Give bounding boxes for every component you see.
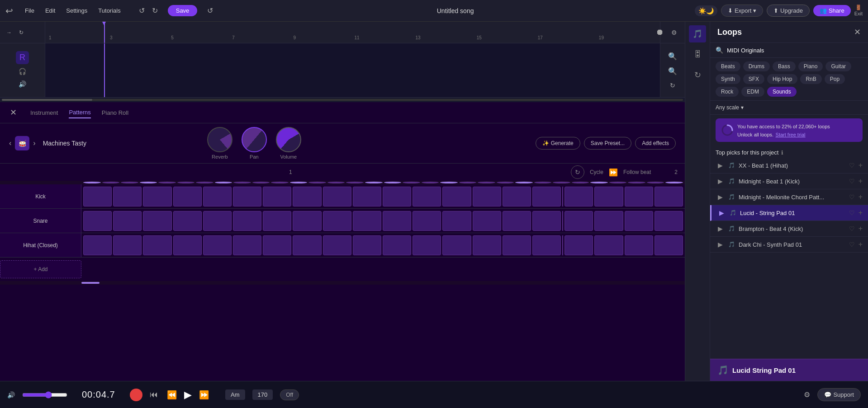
snare-cell-12[interactable]	[413, 211, 441, 231]
loop-item-5[interactable]: ▶ 🎵 Dark Chi - Synth Pad 01 ♡ +	[710, 237, 868, 253]
logo-button[interactable]: ↩	[5, 5, 13, 16]
loop-play-btn-0[interactable]: ▶	[716, 162, 725, 169]
generate-button[interactable]: ✨ Generate	[536, 137, 580, 150]
loop-heart-btn-3[interactable]: ♡	[849, 209, 855, 216]
editor-close-btn[interactable]: ✕	[7, 106, 19, 119]
loops-panel-close-btn[interactable]: ✕	[854, 27, 861, 37]
hihat-cell-18[interactable]	[594, 235, 623, 255]
pan-knob[interactable]	[242, 127, 267, 152]
snare-cell-4[interactable]	[173, 211, 202, 231]
snare-cell-2[interactable]	[113, 211, 142, 231]
kick-cell-5[interactable]	[203, 187, 232, 206]
snare-cell-10[interactable]	[353, 211, 381, 231]
kick-cell-13[interactable]	[442, 187, 471, 206]
loop-item-1[interactable]: ▶ 🎵 Midnight - Beat 1 (Kick) ♡ +	[710, 174, 868, 189]
loop-play-btn-4[interactable]: ▶	[716, 225, 725, 232]
snare-cell-3[interactable]	[143, 211, 171, 231]
loop-play-btn-1[interactable]: ▶	[716, 178, 725, 185]
loop-item-0[interactable]: ▶ 🎵 XX - Beat 1 (Hihat) ♡ +	[710, 158, 868, 174]
hihat-cell-12[interactable]	[413, 235, 441, 255]
snare-cell-20[interactable]	[655, 211, 683, 231]
nav-settings[interactable]: Settings	[62, 5, 92, 16]
save-preset-button[interactable]: Save Preset...	[584, 137, 631, 150]
snare-cell-18[interactable]	[594, 211, 623, 231]
loops-icon-btn[interactable]: 🎵	[689, 25, 706, 42]
add-instrument-btn[interactable]: + Add	[0, 260, 81, 278]
loop-add-btn-5[interactable]: +	[859, 240, 863, 249]
reset-button[interactable]: ↺	[204, 5, 216, 17]
snare-cell-1[interactable]	[83, 211, 112, 231]
add-effects-button[interactable]: Add effects	[635, 137, 676, 150]
loop-add-btn-2[interactable]: +	[859, 193, 863, 201]
off-badge[interactable]: Off	[280, 389, 299, 400]
loop-add-btn-0[interactable]: +	[859, 161, 863, 169]
share-button[interactable]: 👥 Share	[813, 5, 851, 16]
exit-button[interactable]: 🚪Exit	[854, 5, 863, 16]
kick-cell-11[interactable]	[383, 187, 411, 206]
loop-heart-btn-2[interactable]: ♡	[849, 193, 855, 201]
scrollbar-thumb[interactable]	[2, 99, 92, 101]
tag-hiphop[interactable]: Hip Hop	[767, 74, 797, 84]
tag-rnb[interactable]: RnB	[800, 74, 821, 84]
tag-edm[interactable]: EDM	[741, 87, 764, 97]
snare-cell-14[interactable]	[473, 211, 501, 231]
support-button[interactable]: 💬 Support	[817, 388, 861, 401]
hihat-cell-15[interactable]	[503, 235, 531, 255]
kick-cell-20[interactable]	[655, 187, 683, 206]
hihat-cell-6[interactable]	[233, 235, 261, 255]
fast-forward-btn[interactable]: ⏩	[197, 388, 211, 402]
beat-scrollbar[interactable]	[0, 281, 685, 285]
export-button[interactable]: ⬇ Export ▾	[721, 5, 764, 17]
tag-piano[interactable]: Piano	[798, 61, 823, 71]
tag-rock[interactable]: Rock	[716, 87, 739, 97]
snare-cell-17[interactable]	[564, 211, 593, 231]
tab-piano-roll[interactable]: Piano Roll	[102, 108, 128, 118]
hihat-cell-17[interactable]	[564, 235, 593, 255]
beat-scroll-thumb[interactable]	[81, 282, 100, 284]
snare-cell-19[interactable]	[625, 211, 653, 231]
hihat-cell-16[interactable]	[532, 235, 561, 255]
free-trial-link[interactable]: Start free trial	[776, 132, 806, 137]
loop-play-btn-2[interactable]: ▶	[716, 193, 725, 201]
hihat-cell-7[interactable]	[263, 235, 291, 255]
loop-add-btn-1[interactable]: +	[859, 177, 863, 185]
reload-icon-btn[interactable]: ↺	[682, 27, 685, 38]
kick-cell-9[interactable]	[323, 187, 351, 206]
kick-cell-3[interactable]	[143, 187, 171, 206]
kick-cell-18[interactable]	[594, 187, 623, 206]
kick-cell-10[interactable]	[353, 187, 381, 206]
hihat-cell-11[interactable]	[383, 235, 411, 255]
tag-sfx[interactable]: SFX	[743, 74, 764, 84]
hihat-cell-2[interactable]	[113, 235, 142, 255]
save-button[interactable]: Save	[168, 5, 198, 16]
zoom-out-btn[interactable]: 🔍	[665, 65, 680, 77]
zoom-loop-btn[interactable]: ↻	[667, 80, 678, 91]
follow-beat-btn[interactable]: ⏩	[609, 168, 618, 177]
kick-cell-6[interactable]	[233, 187, 261, 206]
kick-cell-16[interactable]	[532, 187, 561, 206]
loop-item-3[interactable]: ▶ 🎵 Lucid - String Pad 01 ♡ +	[710, 205, 868, 221]
kick-cell-7[interactable]	[263, 187, 291, 206]
tag-sounds[interactable]: Sounds	[767, 87, 797, 97]
tag-guitar[interactable]: Guitar	[825, 61, 851, 71]
kick-cell-19[interactable]	[625, 187, 653, 206]
snare-cell-5[interactable]	[203, 211, 232, 231]
theme-toggle-button[interactable]: ☀️🌙	[695, 5, 717, 16]
prev-instrument-btn[interactable]: ‹	[9, 136, 11, 150]
kick-cell-15[interactable]	[503, 187, 531, 206]
kick-cell-14[interactable]	[473, 187, 501, 206]
loop-item-4[interactable]: ▶ 🎵 Brampton - Beat 4 (Kick) ♡ +	[710, 221, 868, 237]
timeline-forward-btn[interactable]: →	[4, 28, 14, 38]
hihat-cell-19[interactable]	[625, 235, 653, 255]
timeline-loop-btn[interactable]: ↻	[16, 28, 26, 38]
kick-cell-8[interactable]	[293, 187, 321, 206]
hihat-cell-4[interactable]	[173, 235, 202, 255]
tag-drums[interactable]: Drums	[743, 61, 770, 71]
mixer-icon-btn[interactable]: 🎛	[690, 46, 705, 63]
undo-button[interactable]: ↺	[136, 5, 147, 17]
volume-slider[interactable]	[22, 391, 67, 399]
horizontal-scrollbar[interactable]	[0, 98, 685, 102]
loop-add-btn-4[interactable]: +	[859, 225, 863, 233]
track-header-icon1[interactable]: R	[16, 51, 29, 64]
cycle-btn[interactable]: ↻	[571, 165, 584, 179]
